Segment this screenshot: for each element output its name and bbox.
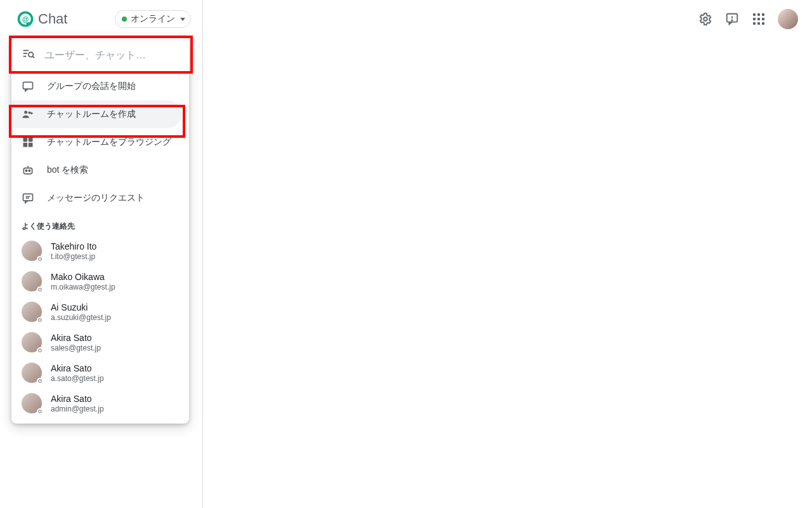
bot-icon [22, 164, 34, 177]
status-label: オンライン [131, 13, 175, 25]
avatar [22, 271, 42, 291]
menu-label: グループの会話を開始 [47, 80, 179, 93]
svg-rect-12 [23, 143, 28, 147]
sidebar: @ Chat オンライン [0, 0, 203, 508]
menu-label: チャットルームを作成 [47, 108, 171, 121]
profile-avatar[interactable] [778, 9, 798, 29]
app-logo[interactable]: @ Chat [16, 10, 67, 28]
svg-point-21 [704, 17, 707, 21]
presence-idle-icon [37, 378, 43, 384]
svg-rect-10 [23, 138, 28, 142]
avatar [22, 393, 42, 413]
contact-name: Akira Sato [51, 363, 104, 373]
app-title: Chat [38, 11, 67, 27]
contact-item[interactable]: Ai Suzuki a.suzuki@gtest.jp [11, 297, 189, 327]
status-chip[interactable]: オンライン [115, 10, 191, 28]
svg-line-6 [32, 57, 34, 58]
svg-point-24 [731, 20, 732, 20]
contact-item[interactable]: Mako Oikawa m.oikawa@gtest.jp [11, 266, 189, 297]
menu-start-group-conversation[interactable]: グループの会話を開始 [11, 72, 189, 100]
chat-logo-icon: @ [16, 10, 34, 28]
menu-create-chat-room[interactable]: チャットルームを作成 [11, 100, 181, 128]
sidebar-header: @ Chat オンライン [0, 8, 202, 36]
top-right-actions [684, 0, 812, 38]
browse-rooms-icon [22, 136, 34, 149]
contact-email: admin@gtest.jp [51, 404, 104, 413]
presence-dot-icon [122, 17, 127, 22]
chat-bubble-icon [22, 80, 34, 93]
contact-name: Akira Sato [51, 394, 104, 404]
contact-name: Takehiro Ito [51, 241, 96, 251]
menu-label: チャットルームをブラウジング [47, 136, 179, 149]
svg-rect-13 [29, 143, 33, 147]
svg-rect-18 [23, 194, 33, 201]
avatar [22, 302, 42, 322]
menu-label: bot を検索 [47, 164, 179, 177]
presence-idle-icon [37, 256, 43, 262]
contact-item[interactable]: Takehiro Ito t.ito@gtest.jp [11, 236, 189, 266]
svg-rect-11 [29, 138, 33, 142]
contact-name: Mako Oikawa [51, 272, 115, 282]
contact-name: Ai Suzuki [51, 302, 111, 312]
contact-email: t.ito@gtest.jp [51, 252, 96, 261]
contact-item[interactable]: Akira Sato a.sato@gtest.jp [11, 358, 189, 388]
presence-idle-icon [37, 317, 43, 323]
menu-search-bot[interactable]: bot を検索 [11, 156, 189, 184]
avatar [22, 241, 42, 261]
contact-item[interactable]: Akira Sato admin@gtest.jp [11, 388, 189, 418]
group-add-icon [22, 108, 34, 121]
svg-point-5 [29, 52, 33, 57]
avatar [22, 363, 42, 383]
svg-point-8 [24, 110, 27, 114]
message-request-icon [22, 192, 34, 204]
presence-idle-icon [37, 347, 43, 354]
search-list-icon [22, 47, 36, 64]
presence-idle-icon [37, 286, 43, 293]
presence-idle-icon [37, 408, 43, 415]
feedback-icon[interactable] [724, 11, 740, 27]
contact-email: a.sato@gtest.jp [51, 374, 104, 383]
svg-rect-14 [23, 168, 32, 174]
contact-item[interactable]: Akira Sato sales@gtest.jp [11, 327, 189, 358]
svg-point-9 [28, 111, 30, 114]
search-input[interactable] [44, 50, 180, 61]
apps-grid-icon[interactable] [751, 11, 766, 27]
svg-point-16 [29, 170, 30, 172]
search-dropdown-panel: グループの会話を開始 チャットルームを作成 チャットルームをブラウジング bot… [11, 37, 189, 424]
search-row [11, 37, 189, 72]
frequent-contacts-heading: よく使う連絡先 [11, 212, 189, 236]
svg-rect-7 [23, 82, 33, 89]
menu-label: メッセージのリクエスト [47, 192, 179, 204]
contact-email: sales@gtest.jp [51, 344, 101, 352]
menu-message-requests[interactable]: メッセージのリクエスト [11, 184, 189, 212]
contact-email: m.oikawa@gtest.jp [51, 283, 115, 291]
contact-email: a.suzuki@gtest.jp [51, 313, 111, 322]
contact-name: Akira Sato [51, 333, 101, 343]
svg-text:@: @ [22, 15, 29, 23]
menu-browse-chat-rooms[interactable]: チャットルームをブラウジング [11, 128, 189, 156]
settings-icon[interactable] [698, 11, 713, 27]
chevron-down-icon [180, 18, 185, 21]
avatar [22, 332, 42, 352]
svg-point-15 [25, 170, 27, 172]
